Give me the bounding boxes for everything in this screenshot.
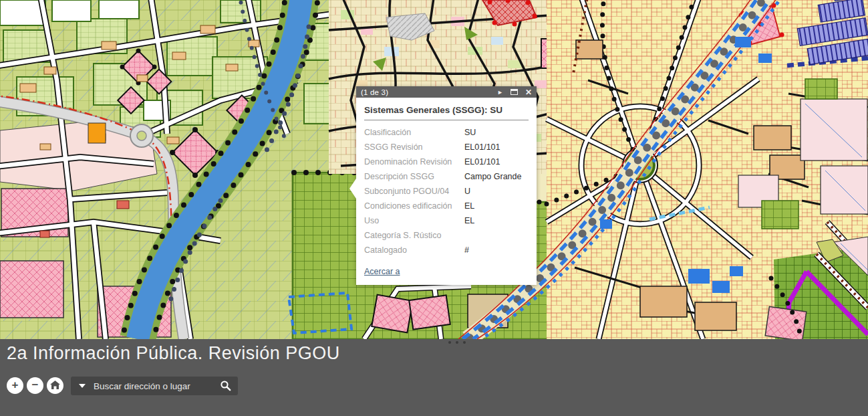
field-value: U (464, 187, 470, 196)
attribute-table-handle[interactable] (448, 341, 466, 344)
search-icon (220, 380, 232, 392)
field-label: Descripción SSGG (364, 172, 464, 181)
field-row: Denominación Revisión EL01/101 (364, 154, 529, 169)
search-input[interactable] (94, 381, 214, 391)
field-value: EL (464, 201, 474, 211)
chevron-down-icon (79, 384, 86, 388)
field-row: Descripción SSGG Campo Grande (364, 169, 529, 184)
field-value: EL01/101 (464, 142, 500, 152)
field-value: # (464, 245, 469, 255)
popup-close-button[interactable]: ✕ (525, 88, 532, 97)
popup-pager: (1 de 3) (361, 88, 490, 96)
field-row: Clasificación SU (364, 125, 529, 140)
popup-next-button[interactable]: ► (497, 89, 503, 96)
field-row: SSGG Revisión EL01/101 (364, 140, 529, 154)
field-row: Catalogado # (364, 243, 529, 257)
zoom-to-link[interactable]: Acercar a (364, 267, 400, 276)
app-window: (1 de 3) ► ✕ Sistemas Generales (SSGG): … (0, 0, 868, 416)
field-label: Condiciones edificación (364, 201, 464, 211)
field-label: Clasificación (364, 128, 464, 137)
popup-separator (364, 120, 529, 120)
feature-popup: (1 de 3) ► ✕ Sistemas Generales (SSGG): … (356, 86, 537, 285)
popup-maximize-button[interactable] (511, 89, 518, 95)
field-label: Catalogado (364, 245, 464, 255)
field-label: Uso (364, 216, 464, 225)
maximize-icon (511, 89, 518, 95)
field-value: Campo Grande (464, 172, 521, 181)
field-row: Categoría S. Rústico (364, 228, 529, 243)
field-label: SSGG Revisión (364, 142, 464, 152)
popup-title: Sistemas Generales (SSGG): SU (364, 102, 529, 120)
zoom-in-button[interactable]: + (7, 377, 23, 394)
field-label: Categoría S. Rústico (364, 231, 464, 240)
field-row: Subconjunto PGOU/04 U (364, 184, 529, 199)
field-label: Subconjunto PGOU/04 (364, 187, 464, 196)
popup-header: (1 de 3) ► ✕ (356, 86, 537, 98)
popup-body: Sistemas Generales (SSGG): SU Clasificac… (356, 98, 537, 285)
field-value: EL (464, 216, 474, 225)
footer-bar: 2a Información Pública. Revisión PGOU + … (0, 339, 868, 416)
search-source-dropdown[interactable] (71, 377, 94, 395)
field-row: Uso EL (364, 213, 529, 228)
popup-anchor-arrow (349, 179, 356, 199)
field-value: EL01/101 (464, 157, 500, 167)
app-title: 2a Información Pública. Revisión PGOU (7, 343, 340, 364)
search-widget (71, 377, 238, 395)
field-label: Denominación Revisión (364, 157, 464, 167)
search-button[interactable] (214, 377, 238, 395)
field-value: SU (464, 128, 476, 137)
home-icon (50, 381, 60, 390)
field-row: Condiciones edificación EL (364, 199, 529, 213)
zoom-out-button[interactable]: − (27, 377, 43, 394)
home-button[interactable] (47, 377, 63, 394)
